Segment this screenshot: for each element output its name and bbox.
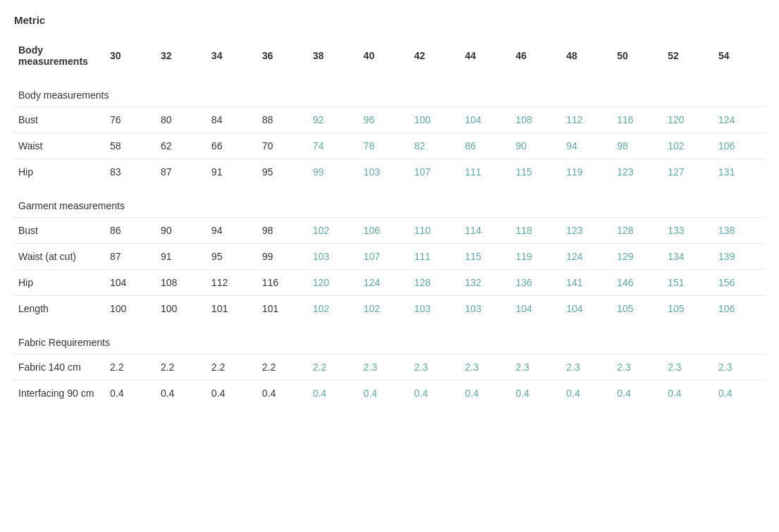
cell-value: 87 bbox=[157, 159, 207, 185]
cell-value: 66 bbox=[207, 133, 258, 159]
section-label: Fabric Requirements bbox=[14, 321, 765, 354]
cell-value: 101 bbox=[258, 296, 309, 322]
page-title: Metric bbox=[14, 14, 765, 26]
cell-value: 92 bbox=[309, 107, 360, 133]
cell-value: 106 bbox=[360, 218, 410, 244]
table-row: Hip1041081121161201241281321361411461511… bbox=[14, 270, 765, 296]
cell-value: 99 bbox=[309, 159, 360, 185]
cell-value: 2.3 bbox=[663, 354, 714, 381]
column-header-size-50: 50 bbox=[613, 39, 663, 74]
cell-value: 0.4 bbox=[511, 381, 562, 407]
cell-value: 110 bbox=[410, 218, 461, 244]
cell-value: 116 bbox=[613, 107, 663, 133]
cell-value: 127 bbox=[663, 159, 714, 185]
cell-value: 146 bbox=[613, 270, 663, 296]
cell-value: 119 bbox=[511, 244, 562, 270]
cell-value: 111 bbox=[410, 244, 461, 270]
cell-value: 138 bbox=[714, 218, 765, 244]
cell-value: 118 bbox=[511, 218, 562, 244]
cell-value: 104 bbox=[562, 296, 613, 322]
cell-value: 100 bbox=[410, 107, 461, 133]
cell-value: 100 bbox=[106, 296, 157, 322]
section-header-0: Body measurements bbox=[14, 74, 765, 107]
cell-value: 86 bbox=[460, 133, 511, 159]
cell-value: 91 bbox=[157, 244, 207, 270]
cell-value: 115 bbox=[511, 159, 562, 185]
cell-value: 123 bbox=[562, 218, 613, 244]
cell-value: 83 bbox=[106, 159, 157, 185]
cell-value: 98 bbox=[613, 133, 663, 159]
cell-value: 151 bbox=[663, 270, 714, 296]
cell-value: 124 bbox=[360, 270, 410, 296]
cell-value: 0.4 bbox=[410, 381, 461, 407]
cell-value: 0.4 bbox=[460, 381, 511, 407]
cell-value: 87 bbox=[106, 244, 157, 270]
table-row: Length1001001011011021021031031041041051… bbox=[14, 296, 765, 322]
cell-value: 111 bbox=[460, 159, 511, 185]
cell-value: 156 bbox=[714, 270, 765, 296]
cell-value: 2.3 bbox=[360, 354, 410, 381]
cell-value: 62 bbox=[157, 133, 207, 159]
cell-value: 107 bbox=[410, 159, 461, 185]
table-row: Waist5862667074788286909498102106 bbox=[14, 133, 765, 159]
cell-value: 91 bbox=[207, 159, 258, 185]
cell-value: 80 bbox=[157, 107, 207, 133]
cell-value: 76 bbox=[106, 107, 157, 133]
cell-value: 78 bbox=[360, 133, 410, 159]
cell-value: 2.3 bbox=[562, 354, 613, 381]
cell-value: 120 bbox=[309, 270, 360, 296]
cell-value: 134 bbox=[663, 244, 714, 270]
cell-value: 105 bbox=[663, 296, 714, 322]
cell-value: 128 bbox=[410, 270, 461, 296]
column-header-size-40: 40 bbox=[360, 39, 410, 74]
cell-value: 139 bbox=[714, 244, 765, 270]
cell-value: 94 bbox=[562, 133, 613, 159]
cell-value: 2.2 bbox=[309, 354, 360, 381]
cell-value: 108 bbox=[511, 107, 562, 133]
cell-value: 90 bbox=[511, 133, 562, 159]
row-label: Bust bbox=[14, 218, 106, 244]
cell-value: 102 bbox=[309, 296, 360, 322]
cell-value: 133 bbox=[663, 218, 714, 244]
column-header-size-34: 34 bbox=[207, 39, 258, 74]
cell-value: 95 bbox=[258, 159, 309, 185]
cell-value: 58 bbox=[106, 133, 157, 159]
cell-value: 101 bbox=[207, 296, 258, 322]
cell-value: 124 bbox=[562, 244, 613, 270]
cell-value: 128 bbox=[613, 218, 663, 244]
cell-value: 123 bbox=[613, 159, 663, 185]
row-label: Interfacing 90 cm bbox=[14, 381, 106, 407]
section-label: Body measurements bbox=[14, 74, 765, 107]
cell-value: 86 bbox=[106, 218, 157, 244]
column-header-size-42: 42 bbox=[410, 39, 461, 74]
cell-value: 136 bbox=[511, 270, 562, 296]
cell-value: 119 bbox=[562, 159, 613, 185]
column-header-size-54: 54 bbox=[714, 39, 765, 74]
cell-value: 104 bbox=[106, 270, 157, 296]
table-row: Bust86909498102106110114118123128133138 bbox=[14, 218, 765, 244]
section-label: Garment measurements bbox=[14, 185, 765, 218]
row-label: Fabric 140 cm bbox=[14, 354, 106, 381]
cell-value: 104 bbox=[460, 107, 511, 133]
cell-value: 103 bbox=[460, 296, 511, 322]
column-header-size-52: 52 bbox=[663, 39, 714, 74]
column-header-size-30: 30 bbox=[106, 39, 157, 74]
cell-value: 112 bbox=[562, 107, 613, 133]
table-row: Bust768084889296100104108112116120124 bbox=[14, 107, 765, 133]
cell-value: 98 bbox=[258, 218, 309, 244]
column-header-size-46: 46 bbox=[511, 39, 562, 74]
cell-value: 94 bbox=[207, 218, 258, 244]
cell-value: 105 bbox=[613, 296, 663, 322]
table-row: Hip8387919599103107111115119123127131 bbox=[14, 159, 765, 185]
cell-value: 106 bbox=[714, 296, 765, 322]
cell-value: 96 bbox=[360, 107, 410, 133]
cell-value: 82 bbox=[410, 133, 461, 159]
row-label: Waist (at cut) bbox=[14, 244, 106, 270]
column-header-size-48: 48 bbox=[562, 39, 613, 74]
cell-value: 2.2 bbox=[207, 354, 258, 381]
cell-value: 132 bbox=[460, 270, 511, 296]
row-label: Hip bbox=[14, 270, 106, 296]
cell-value: 103 bbox=[309, 244, 360, 270]
column-header-size-32: 32 bbox=[157, 39, 207, 74]
cell-value: 124 bbox=[714, 107, 765, 133]
